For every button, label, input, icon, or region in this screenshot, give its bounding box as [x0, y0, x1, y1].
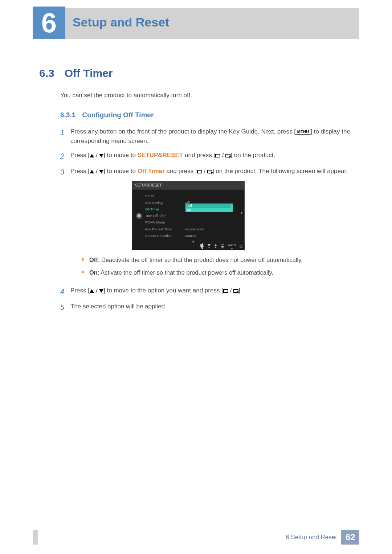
bullet-icon: • — [81, 268, 89, 277]
step-3: 3 Press [ / ] to move to Off Timer and p… — [60, 167, 359, 281]
subsection-heading: 6.3.1Configuring Off Timer — [60, 111, 154, 119]
up-key-icon — [214, 244, 217, 248]
step-number: 1 — [60, 127, 70, 138]
step-body: Press [ / ] to move to Off Timer and pre… — [70, 167, 359, 281]
bullet-list: • Off: Deactivate the off timer so that … — [81, 255, 359, 277]
bullet-off: • Off: Deactivate the off timer so that … — [81, 255, 359, 264]
footer-tab-icon — [33, 530, 38, 545]
off-timer-label: Off Timer — [138, 168, 165, 175]
step-body: Press [ / ] to move to the option you wa… — [70, 286, 359, 295]
up-down-key-icon: / — [90, 167, 103, 176]
osd-item-reset: Reset — [145, 193, 181, 198]
step-number: 4 — [60, 286, 70, 297]
section-title: Off Timer — [65, 67, 113, 79]
osd-item-offtimer: Off Timer — [145, 207, 181, 212]
subsection-title: Configuring Off Timer — [82, 111, 154, 119]
step-body: The selected option will be applied. — [70, 302, 359, 311]
power-key-icon — [240, 245, 242, 248]
bullet-icon: • — [81, 255, 89, 264]
steps-list: 1 Press any button on the front of the p… — [60, 127, 359, 318]
osd-item-eco: Eco Saving — [145, 200, 181, 205]
subsection-number: 6.3.1 — [60, 111, 75, 119]
osd-item-sourcedet: Source Detection — [145, 233, 181, 238]
osd-dropdown: Off On — [185, 204, 233, 212]
osd-option-on: On — [187, 208, 230, 212]
step-1: 1 Press any button on the front of the p… — [60, 127, 359, 145]
step-number: 2 — [60, 151, 70, 161]
footer-chapter-label: 6 Setup and Reset — [286, 534, 337, 541]
setup-reset-label: SETUP&RESET — [138, 152, 183, 159]
osd-screenshot: SETUP&RESET Reset Eco Saving:Off Off Tim… — [132, 181, 245, 250]
chevron-down-icon: ▼ — [145, 239, 241, 245]
bullet-on: • On: Activate the off timer so that the… — [81, 268, 359, 277]
osd-item-pcav: PC/AV Mode — [145, 220, 181, 225]
step-body: Press any button on the front of the pro… — [70, 127, 359, 145]
enter-source-key-icon: / — [223, 286, 238, 296]
page-footer: 6 Setup and Reset 62 — [33, 530, 359, 545]
osd-item-keyrepeat: Key Repeat Time — [145, 227, 181, 232]
step-number: 3 — [60, 167, 70, 177]
enter-key-icon — [221, 244, 224, 249]
osd-title: SETUP&RESET — [132, 181, 245, 189]
up-down-key-icon: / — [90, 286, 103, 296]
osd-option-off: Off — [187, 204, 230, 208]
step-5: 5 The selected option will be applied. — [60, 302, 359, 313]
chapter-number-box: 6 — [33, 7, 65, 39]
step-2: 2 Press [ / ] to move to SETUP&RESET and… — [60, 151, 359, 161]
gear-icon — [135, 212, 143, 219]
enter-source-key-icon: / — [215, 151, 230, 160]
menu-key-icon: MENU — [296, 129, 310, 135]
step-4: 4 Press [ / ] to move to the option you … — [60, 286, 359, 297]
step-number: 5 — [60, 302, 70, 313]
down-key-icon — [208, 244, 211, 248]
section-heading: 6.3Off Timer — [39, 67, 113, 79]
step-body: Press [ / ] to move to SETUP&RESET and p… — [70, 151, 359, 160]
page-number: 62 — [341, 530, 359, 545]
osd-item-turnoff: Turn Off After — [145, 213, 181, 218]
enter-source-key-icon: / — [197, 167, 212, 176]
chapter-title: Setup and Reset — [73, 15, 169, 29]
section-intro: You can set the product to automatically… — [60, 92, 192, 99]
section-number: 6.3 — [39, 67, 54, 79]
up-down-key-icon: / — [90, 151, 103, 160]
chevron-right-icon — [241, 212, 243, 214]
